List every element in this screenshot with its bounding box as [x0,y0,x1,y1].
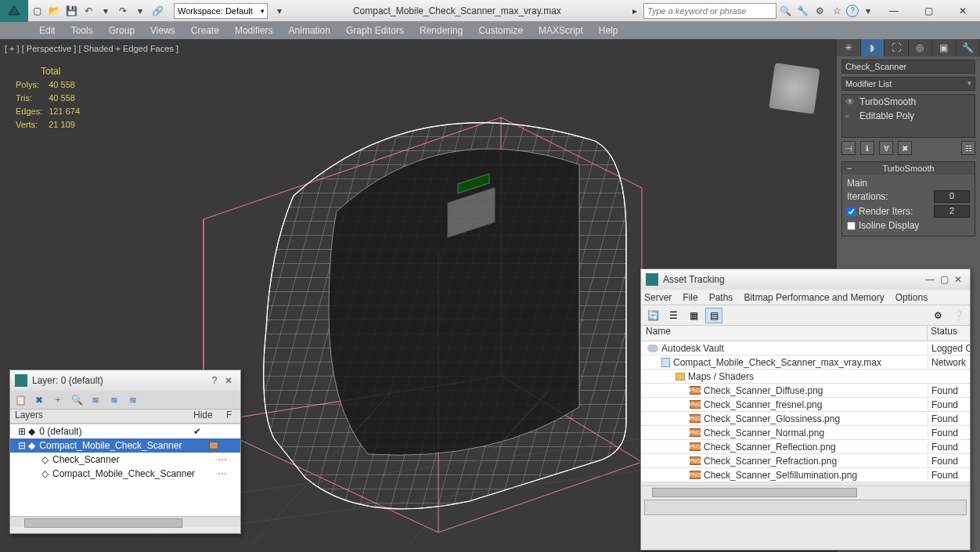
layer-dialog-titlebar[interactable]: Layer: 0 (default) ? ✕ [10,370,240,391]
asset-row[interactable]: PNGCheck_Scanner_Diffuse.pngFound [641,384,970,398]
rollout-header[interactable]: TurboSmooth [842,162,975,175]
layer-row[interactable]: ⊟ ◆Compact_Mobile_Check_Scanner [10,438,240,453]
pin-icon[interactable]: ⊣ [841,141,856,155]
asset-close-icon[interactable]: ✕ [951,274,965,285]
favorite-icon[interactable]: ☆ [829,3,845,19]
asset-scrollbar[interactable] [641,485,970,496]
asset-row[interactable]: PNGCheck_Scanner_Glossiness.pngFound [641,412,970,426]
tab-modify-icon[interactable]: ◗ [861,39,885,56]
menu-grapheditors[interactable]: Graph Editors [338,22,412,39]
iterations-spinner[interactable]: 0 [934,190,970,203]
asset-row[interactable]: PNGCheck_Scanner_Normal.pngFound [641,426,970,440]
tab-motion-icon[interactable]: ◎ [909,39,933,56]
asset-row[interactable]: PNGCheck_Scanner_Reflection.pngFound [641,440,970,454]
save-icon[interactable]: 💾 [63,3,79,19]
new-layer-icon[interactable]: 📋 [13,393,27,407]
undo-dd-icon[interactable]: ▾ [98,3,113,19]
asset-menu-server[interactable]: Server [644,292,672,303]
menu-group[interactable]: Group [101,22,142,39]
config-icon[interactable]: ☷ [961,141,975,155]
asset-help-icon[interactable]: ❔ [949,308,967,323]
search-icon[interactable]: 🔍 [777,3,793,19]
app-icon[interactable] [0,0,28,22]
layer-list[interactable]: ⊞ ◆0 (default)✔ ⊟ ◆Compact_Mobile_Check_… [10,424,240,516]
maximize-button[interactable]: ▢ [911,0,946,22]
render-iters-spinner[interactable]: 2 [934,205,970,218]
viewport-label[interactable]: [ + ] [ Perspective ] [ Shaded + Edged F… [5,44,178,53]
menu-customize[interactable]: Customize [470,22,531,39]
isoline-checkbox[interactable] [847,222,856,230]
asset-dialog-titlebar[interactable]: Asset Tracking — ▢ ✕ [641,269,970,290]
asset-settings-icon[interactable]: ⚙ [929,308,946,323]
asset-view3-icon[interactable]: ▤ [705,308,722,323]
undo-icon[interactable]: ↶ [81,3,96,19]
asset-minimize-icon[interactable]: — [923,274,937,285]
asset-maximize-icon[interactable]: ▢ [937,274,951,285]
help-dd-icon[interactable]: ▾ [860,3,876,19]
asset-row[interactable]: PNGCheck_Scanner_fresnel.pngFound [641,398,970,412]
menu-tools[interactable]: Tools [63,22,101,39]
menu-edit[interactable]: Edit [31,22,63,39]
asset-menu-paths[interactable]: Paths [709,292,733,303]
new-icon[interactable]: ▢ [29,3,45,19]
minimize-button[interactable]: — [877,0,911,22]
menu-rendering[interactable]: Rendering [412,22,470,39]
object-name-field[interactable]: Check_Scanner [841,60,975,74]
highlight-icon[interactable]: ≋ [88,393,103,407]
tab-utilities-icon[interactable]: 🔧 [957,39,981,56]
search-input[interactable] [643,3,776,19]
help-icon[interactable]: ? [846,5,859,17]
tab-create-icon[interactable]: ✳ [837,39,861,56]
asset-view1-icon[interactable]: ☰ [665,308,682,323]
title-dd-icon[interactable]: ▸ [627,3,643,19]
add-layer-icon[interactable]: ＋ [51,393,65,407]
asset-menu-bitmap[interactable]: Bitmap Performance and Memory [744,292,884,303]
main-toolbar: ▢ 📂 💾 ↶ ▾ ↷ ▾ 🔗 Workspace: Default ▾ Com… [0,0,980,22]
layer-row[interactable]: ◇Check_Scanner⋯ [10,453,240,467]
delete-layer-icon[interactable]: ✖ [32,393,46,407]
hide-icon[interactable]: ≋ [107,393,121,407]
tab-display-icon[interactable]: ▣ [932,39,957,56]
modifier-list-dropdown[interactable]: Modifier List [841,77,975,91]
link-icon[interactable]: 🔗 [150,3,165,19]
workspace-menu-icon[interactable]: ▾ [272,3,287,19]
layer-help-icon[interactable]: ? [207,375,222,386]
asset-status-cell: Found [928,442,970,453]
asset-menu-file[interactable]: File [683,292,697,303]
tool1-icon[interactable]: 🔧 [794,3,810,19]
redo-dd-icon[interactable]: ▾ [132,3,148,19]
freeze-icon[interactable]: ≋ [126,393,140,407]
asset-row[interactable]: PNGCheck_Scanner_Selfillumination.pngFou… [641,468,970,482]
asset-menu-options[interactable]: Options [895,292,928,303]
menu-modifiers[interactable]: Modifiers [227,22,281,39]
asset-refresh-icon[interactable]: 🔄 [644,308,661,323]
close-button[interactable]: ✕ [946,0,980,22]
open-icon[interactable]: 📂 [46,3,62,19]
asset-row[interactable]: Compact_Mobile_Check_Scanner_max_vray.ma… [641,355,970,370]
asset-list[interactable]: Autodesk VaultLogged OCompact_Mobile_Che… [641,341,970,482]
redo-icon[interactable]: ↷ [115,3,131,19]
show-icon[interactable]: ℹ [860,141,874,155]
workspace-dropdown[interactable]: Workspace: Default [174,3,268,19]
asset-row[interactable]: Autodesk VaultLogged O [641,341,970,355]
remove-icon[interactable]: ✖ [898,141,912,155]
render-iters-checkbox[interactable] [847,207,856,216]
layer-scrollbar[interactable] [10,516,240,527]
tool2-icon[interactable]: ⚙ [812,3,827,19]
layer-row[interactable]: ◇Compact_Mobile_Check_Scanner⋯ [10,467,240,481]
unique-icon[interactable]: ∀ [879,141,893,155]
layer-close-icon[interactable]: ✕ [222,375,236,386]
menu-help[interactable]: Help [591,22,626,39]
layer-row[interactable]: ⊞ ◆0 (default)✔ [10,424,240,438]
menu-animation[interactable]: Animation [281,22,338,39]
asset-view2-icon[interactable]: ▦ [685,308,702,323]
menu-views[interactable]: Views [142,22,183,39]
menu-maxscript[interactable]: MAXScript [531,22,591,39]
viewcube[interactable] [769,63,820,114]
tab-hierarchy-icon[interactable]: ⛶ [885,39,909,56]
select-layer-icon[interactable]: 🔍 [70,393,84,407]
asset-row[interactable]: PNGCheck_Scanner_Refraction.pngFound [641,454,970,468]
asset-row[interactable]: Maps / Shaders [641,370,970,384]
menu-create[interactable]: Create [183,22,227,39]
modifier-stack[interactable]: 👁TurboSmooth ▫Editable Poly [841,94,975,138]
